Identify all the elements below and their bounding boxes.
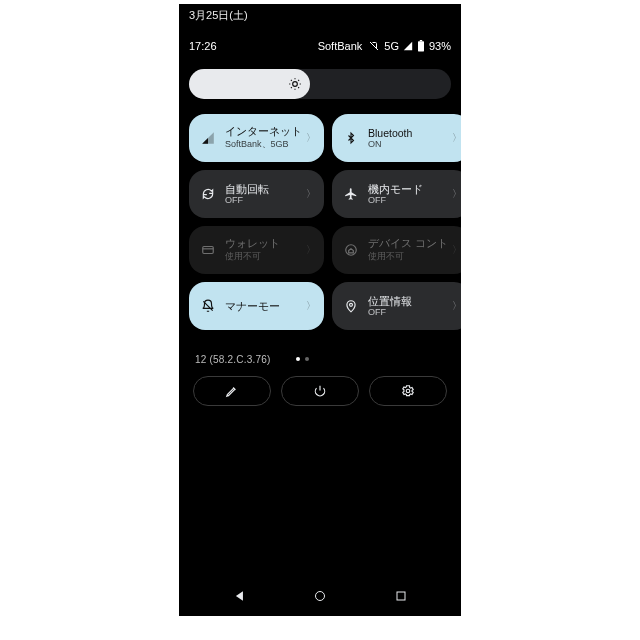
tile-subtitle: OFF xyxy=(368,307,448,317)
tile-rotate[interactable]: 自動回転OFF〉 xyxy=(189,170,324,218)
edit-button[interactable] xyxy=(193,376,271,406)
plane-icon xyxy=(342,185,360,203)
bell-off-icon xyxy=(199,297,217,315)
status-bar: 17:26 SoftBank 5G 93% xyxy=(179,36,461,56)
chevron-right-icon: 〉 xyxy=(306,131,316,145)
footer-buttons xyxy=(189,376,451,406)
pin-icon xyxy=(342,297,360,315)
brightness-icon xyxy=(288,77,302,91)
chevron-right-icon: 〉 xyxy=(306,299,316,313)
status-time: 17:26 xyxy=(189,40,217,52)
nav-recent[interactable] xyxy=(381,586,421,606)
tile-title: デバイス コント xyxy=(368,237,448,250)
tile-subtitle: 使用不可 xyxy=(225,250,302,263)
tile-title: Bluetooth xyxy=(368,127,448,140)
card-icon xyxy=(199,241,217,259)
tile-dnd[interactable]: マナーモー〉 xyxy=(189,282,324,330)
tile-device: デバイス コント使用不可〉 xyxy=(332,226,461,274)
chevron-right-icon: 〉 xyxy=(452,299,461,313)
signal-icon xyxy=(403,41,413,51)
power-button[interactable] xyxy=(281,376,359,406)
tile-title: 機内モード xyxy=(368,183,448,196)
rotate-icon xyxy=(199,185,217,203)
tile-title: ウォレット xyxy=(225,237,302,250)
svg-rect-3 xyxy=(203,247,214,254)
status-carrier: SoftBank xyxy=(318,40,363,52)
page-indicator xyxy=(296,357,309,361)
tile-title: 位置情報 xyxy=(368,295,448,308)
tile-bluetooth[interactable]: BluetoothON〉 xyxy=(332,114,461,162)
tile-subtitle: OFF xyxy=(225,195,302,205)
tile-title: 自動回転 xyxy=(225,183,302,196)
svg-rect-1 xyxy=(420,40,422,41)
tile-subtitle: OFF xyxy=(368,195,448,205)
build-label: 12 (58.2.C.3.76) xyxy=(195,354,270,365)
signal-icon xyxy=(199,129,217,147)
tile-internet[interactable]: インターネットSoftBank、5GB〉 xyxy=(189,114,324,162)
quick-settings-grid: インターネットSoftBank、5GB〉BluetoothON〉自動回転OFF〉… xyxy=(189,114,451,330)
brightness-slider[interactable] xyxy=(189,66,451,102)
tile-subtitle: ON xyxy=(368,139,448,149)
status-battery: 93% xyxy=(429,40,451,52)
svg-rect-8 xyxy=(397,592,405,600)
svg-point-5 xyxy=(350,303,353,306)
svg-point-7 xyxy=(316,592,325,601)
tile-subtitle: SoftBank、5GB xyxy=(225,138,302,151)
settings-button[interactable] xyxy=(369,376,447,406)
chevron-right-icon: 〉 xyxy=(452,131,461,145)
nav-bar xyxy=(179,582,461,610)
svg-point-6 xyxy=(406,389,410,393)
tile-airplane[interactable]: 機内モードOFF〉 xyxy=(332,170,461,218)
battery-icon xyxy=(417,40,425,52)
tile-location[interactable]: 位置情報OFF〉 xyxy=(332,282,461,330)
svg-point-4 xyxy=(346,245,357,256)
phone-screen: 3月25日(土) 17:26 SoftBank 5G 93% インターネットSo… xyxy=(179,4,461,616)
bt-icon xyxy=(342,129,360,147)
nav-back[interactable] xyxy=(220,586,260,606)
chevron-right-icon: 〉 xyxy=(452,187,461,201)
chevron-right-icon: 〉 xyxy=(452,243,461,257)
tile-wallet: ウォレット使用不可〉 xyxy=(189,226,324,274)
date-label: 3月25日(土) xyxy=(189,8,248,23)
vibrate-icon xyxy=(368,40,380,52)
tile-subtitle: 使用不可 xyxy=(368,250,448,263)
status-right: SoftBank 5G 93% xyxy=(318,40,451,52)
tile-title: マナーモー xyxy=(225,300,302,313)
chevron-right-icon: 〉 xyxy=(306,187,316,201)
nav-home[interactable] xyxy=(300,586,340,606)
home-icon xyxy=(342,241,360,259)
chevron-right-icon: 〉 xyxy=(306,243,316,257)
svg-rect-0 xyxy=(418,41,424,51)
tile-title: インターネット xyxy=(225,125,302,138)
svg-point-2 xyxy=(292,82,297,87)
status-network: 5G xyxy=(384,40,399,52)
